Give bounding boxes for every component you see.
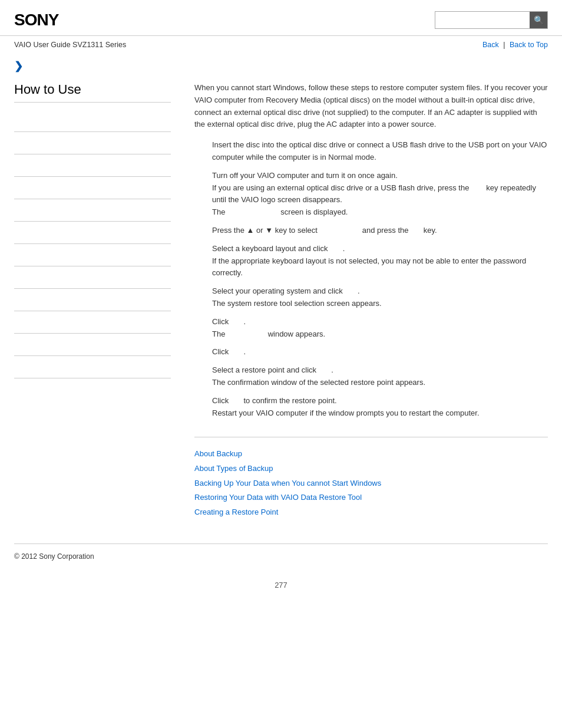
step-4: Select a keyboard layout and click . If … xyxy=(212,243,548,279)
intro-paragraph: When you cannot start Windows, follow th… xyxy=(194,82,548,131)
step-3-text: Press the ▲ or ▼ key to select and press… xyxy=(212,225,548,237)
sidebar-item-4[interactable] xyxy=(14,177,171,199)
search-input[interactable] xyxy=(435,12,530,28)
sidebar-item-5[interactable] xyxy=(14,199,171,222)
sub-header: VAIO User Guide SVZ1311 Series Back | Ba… xyxy=(0,36,562,54)
step-9-text: Click to confirm the restore point. Rest… xyxy=(212,395,548,420)
search-button[interactable]: 🔍 xyxy=(530,12,547,28)
step-8: Select a restore point and click . The c… xyxy=(212,364,548,389)
back-to-top-link[interactable]: Back to Top xyxy=(510,41,548,49)
link-about-types-backup[interactable]: About Types of Backup xyxy=(194,462,548,476)
step-5: Select your operating system and click .… xyxy=(212,285,548,310)
page-number: 277 xyxy=(0,569,562,595)
chevron-bar: ❯ xyxy=(0,54,562,76)
copyright: © 2012 Sony Corporation xyxy=(0,544,562,569)
step-2: Turn off your VAIO computer and turn it … xyxy=(212,170,548,219)
page-header: SONY 🔍 xyxy=(0,0,562,36)
sidebar-item-1[interactable] xyxy=(14,110,171,132)
step-2-text: Turn off your VAIO computer and turn it … xyxy=(212,170,548,219)
sidebar-item-11[interactable] xyxy=(14,334,171,356)
step-5-text: Select your operating system and click .… xyxy=(212,285,548,310)
step-3: Press the ▲ or ▼ key to select and press… xyxy=(212,225,548,237)
sidebar-item-3[interactable] xyxy=(14,154,171,177)
chevron-icon: ❯ xyxy=(14,60,23,72)
guide-title: VAIO User Guide SVZ1311 Series xyxy=(14,41,126,49)
sidebar-item-7[interactable] xyxy=(14,244,171,266)
step-6-text: Click . The window appears. xyxy=(212,316,548,341)
search-icon: 🔍 xyxy=(534,15,544,25)
sidebar-item-8[interactable] xyxy=(14,266,171,289)
sidebar-title: How to Use xyxy=(14,82,171,103)
sidebar-item-12[interactable] xyxy=(14,356,171,378)
main-layout: How to Use When you cannot start Windows… xyxy=(0,76,562,532)
back-link[interactable]: Back xyxy=(482,41,499,49)
sidebar-item-6[interactable] xyxy=(14,222,171,244)
step-4-text: Select a keyboard layout and click . If … xyxy=(212,243,548,279)
link-about-backup[interactable]: About Backup xyxy=(194,447,548,462)
sidebar-item-10[interactable] xyxy=(14,311,171,334)
related-links-section: About Backup About Types of Backup Backi… xyxy=(194,437,548,519)
sidebar: How to Use xyxy=(0,76,183,532)
separator: | xyxy=(503,41,505,49)
search-box[interactable]: 🔍 xyxy=(435,11,548,29)
link-creating-restore-point[interactable]: Creating a Restore Point xyxy=(194,505,548,520)
sony-logo: SONY xyxy=(14,11,58,29)
step-8-text: Select a restore point and click . The c… xyxy=(212,364,548,389)
step-9: Click to confirm the restore point. Rest… xyxy=(212,395,548,420)
link-backing-up-data[interactable]: Backing Up Your Data when You cannot Sta… xyxy=(194,476,548,491)
step-7: Click . xyxy=(212,346,548,358)
content-area: When you cannot start Windows, follow th… xyxy=(183,76,562,532)
step-1-text: Insert the disc into the optical disc dr… xyxy=(212,139,548,164)
step-6: Click . The window appears. xyxy=(212,316,548,341)
step-7-text: Click . xyxy=(212,346,548,358)
step-1: Insert the disc into the optical disc dr… xyxy=(212,139,548,164)
nav-links: Back | Back to Top xyxy=(482,41,548,49)
sidebar-item-9[interactable] xyxy=(14,289,171,311)
link-restoring-data[interactable]: Restoring Your Data with VAIO Data Resto… xyxy=(194,490,548,505)
sidebar-item-2[interactable] xyxy=(14,132,171,154)
